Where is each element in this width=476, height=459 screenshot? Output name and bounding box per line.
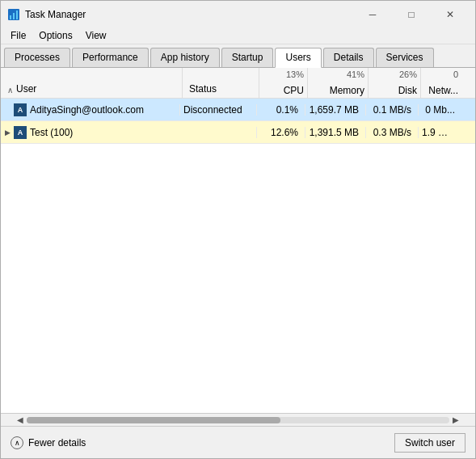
col-header-user[interactable]: ∧ User xyxy=(1,68,183,98)
menu-options[interactable]: Options xyxy=(32,28,78,43)
cpu-percent: 13% xyxy=(263,69,304,79)
expand-icon-1[interactable]: ▶ xyxy=(1,128,14,137)
main-content: ∧ User Status 13% CPU 41% Memory 26% Dis… xyxy=(1,68,475,426)
tab-apphistory[interactable]: App history xyxy=(150,48,220,67)
menu-bar: File Options View xyxy=(1,27,475,44)
user-name-1: Test (100) xyxy=(30,127,179,138)
sort-arrow-icon: ∧ xyxy=(7,86,13,95)
user-icon-1: A xyxy=(14,126,27,139)
footer: ∧ Fewer details Switch user xyxy=(1,426,475,458)
tab-users[interactable]: Users xyxy=(275,48,321,68)
user-network-1: 1.9 Mb... xyxy=(418,127,458,138)
tab-performance[interactable]: Performance xyxy=(72,48,149,67)
user-disk-1: 0.3 MB/s xyxy=(365,127,418,138)
col-user-label: User xyxy=(16,83,36,95)
svg-rect-1 xyxy=(10,15,11,19)
scrollbar-track[interactable] xyxy=(27,417,449,423)
table-row[interactable]: ▶ A Test (100) 12.6% 1,391.5 MB 0.3 MB/s… xyxy=(1,121,475,144)
task-manager-window: Task Manager ─ □ ✕ File Options View Pro… xyxy=(0,0,476,459)
taskmanager-icon xyxy=(7,8,20,21)
user-icon-0: A xyxy=(14,103,27,116)
maximize-button[interactable]: □ xyxy=(393,6,430,23)
svg-rect-2 xyxy=(13,13,15,19)
chevron-up-icon: ∧ xyxy=(15,439,20,447)
fewer-details-icon: ∧ xyxy=(11,436,23,449)
close-button[interactable]: ✕ xyxy=(432,6,469,23)
col-header-status[interactable]: Status xyxy=(183,68,259,98)
minimize-button[interactable]: ─ xyxy=(354,6,391,23)
user-memory-0: 1,659.7 MB xyxy=(305,104,365,116)
fewer-details-label: Fewer details xyxy=(28,437,86,448)
tabs-bar: Processes Performance App history Startu… xyxy=(1,44,475,68)
memory-percent: 41% xyxy=(311,69,364,79)
network-label: Netw... xyxy=(424,85,458,96)
title-bar-left: Task Manager xyxy=(7,8,86,21)
svg-rect-3 xyxy=(16,11,18,19)
horizontal-scrollbar[interactable]: ◀ ▶ xyxy=(1,413,475,426)
user-network-0: 0 Mb... xyxy=(418,104,458,116)
table-row[interactable]: A AdityaSingh@outlook.com Disconnected 0… xyxy=(1,99,475,121)
user-cpu-1: 12.6% xyxy=(256,127,305,138)
tab-startup[interactable]: Startup xyxy=(221,48,274,67)
scrollbar-thumb[interactable] xyxy=(27,417,280,423)
scroll-right-btn[interactable]: ▶ xyxy=(449,415,462,424)
title-bar-title: Task Manager xyxy=(25,9,86,20)
menu-file[interactable]: File xyxy=(4,28,32,43)
disk-percent: 26% xyxy=(372,69,417,79)
title-bar-controls: ─ □ ✕ xyxy=(354,6,469,23)
fewer-details-button[interactable]: ∧ Fewer details xyxy=(11,436,86,449)
switch-user-button[interactable]: Switch user xyxy=(394,433,465,453)
title-bar: Task Manager ─ □ ✕ xyxy=(1,1,475,27)
user-cpu-0: 0.1% xyxy=(256,104,305,116)
col-header-disk[interactable]: 26% Disk xyxy=(369,68,421,98)
menu-view[interactable]: View xyxy=(79,28,113,43)
disk-label: Disk xyxy=(372,85,417,96)
table-body: A AdityaSingh@outlook.com Disconnected 0… xyxy=(1,99,475,413)
cpu-label: CPU xyxy=(263,85,304,96)
col-header-memory[interactable]: 41% Memory xyxy=(308,68,369,98)
col-header-network[interactable]: 0 Netw... xyxy=(421,68,461,98)
user-name-0: AdityaSingh@outlook.com xyxy=(30,104,179,116)
table-header: ∧ User Status 13% CPU 41% Memory 26% Dis… xyxy=(1,68,475,99)
tab-services[interactable]: Services xyxy=(376,48,434,67)
user-status-0: Disconnected xyxy=(179,104,256,116)
memory-label: Memory xyxy=(311,85,364,96)
tab-details[interactable]: Details xyxy=(323,48,374,67)
user-disk-0: 0.1 MB/s xyxy=(365,104,418,116)
col-status-label: Status xyxy=(189,83,217,95)
tab-processes[interactable]: Processes xyxy=(4,48,70,67)
scroll-left-btn[interactable]: ◀ xyxy=(14,415,27,424)
user-memory-1: 1,391.5 MB xyxy=(305,127,365,138)
col-header-cpu[interactable]: 13% CPU xyxy=(259,68,308,98)
network-percent: 0 xyxy=(424,69,458,79)
